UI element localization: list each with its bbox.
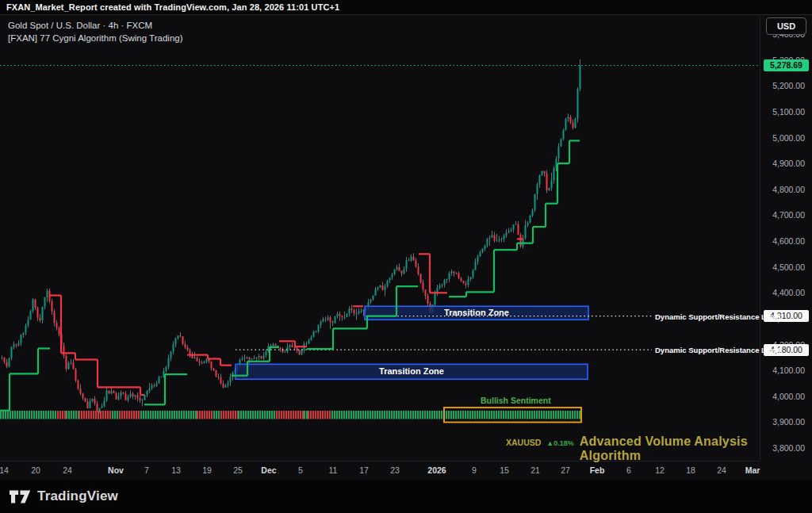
time-tick: 25 bbox=[222, 465, 254, 475]
price-tick: 4,700.00 bbox=[772, 210, 805, 220]
transition-zone-label: Transition Zone bbox=[379, 366, 444, 376]
price-tick: 4,100.00 bbox=[772, 366, 805, 375]
tradingview-logo-icon[interactable] bbox=[10, 489, 31, 504]
dynamic-sr-label: Dynamic Support/Resistance Level bbox=[655, 312, 780, 321]
time-tick: 7 bbox=[131, 465, 163, 475]
time-tick: Mar bbox=[737, 465, 768, 475]
time-tick: 24 bbox=[706, 465, 737, 475]
chart-legend: Gold Spot / U.S. Dollar · 4h · FXCM [FXA… bbox=[8, 20, 183, 44]
time-tick: 18 bbox=[675, 465, 707, 475]
watermark-symbol: XAUUSD bbox=[506, 438, 541, 447]
time-tick: Dec bbox=[253, 465, 285, 475]
time-tick: 13 bbox=[160, 465, 192, 475]
price-tick: 4,600.00 bbox=[772, 236, 805, 246]
price-tick: 4,500.00 bbox=[772, 262, 805, 272]
bullish-sentiment-label: Bullish Sentiment bbox=[481, 396, 551, 405]
time-tick: 2026 bbox=[421, 465, 453, 475]
time-tick: 21 bbox=[519, 465, 551, 475]
price-tick: 5,000.00 bbox=[772, 133, 805, 143]
watermark-note: XAUUSD ▲0.18% Advanced Volume Analysis A… bbox=[506, 435, 812, 463]
footer-bar: TradingView bbox=[0, 480, 812, 513]
price-tick: 5,100.00 bbox=[772, 107, 805, 117]
time-tick: 5 bbox=[285, 465, 316, 475]
currency-button[interactable]: USD bbox=[766, 17, 806, 35]
time-tick: 6 bbox=[613, 465, 645, 475]
last-price-chip: 5,278.69 bbox=[764, 59, 809, 71]
indicator-title[interactable]: [FXAN] 77 Cygni Algorithm (Swing Trading… bbox=[8, 33, 183, 44]
time-tick: 27 bbox=[550, 465, 581, 475]
time-tick: 20 bbox=[20, 465, 52, 475]
price-tick: 4,000.00 bbox=[772, 392, 805, 401]
price-tick: 4,900.00 bbox=[772, 159, 805, 168]
report-header: FXAN_Market_Report created with TradingV… bbox=[0, 0, 812, 15]
dynamic-sr-label: Dynamic Support/Resistance Level bbox=[655, 346, 780, 354]
candlestick-plot[interactable]: Transition ZoneTransition Zone bbox=[0, 16, 760, 461]
price-tick: 5,200.00 bbox=[772, 81, 805, 90]
time-axis[interactable]: 142024Nov7131925Dec511172320269152127Feb… bbox=[0, 461, 760, 480]
time-tick: Nov bbox=[100, 465, 132, 475]
price-tick: 3,900.00 bbox=[772, 417, 805, 427]
time-tick: 23 bbox=[379, 465, 411, 475]
price-tick: 4,800.00 bbox=[772, 185, 805, 194]
time-tick: 17 bbox=[348, 465, 380, 475]
price-axis[interactable]: USD 5,400.005,300.005,200.005,100.005,00… bbox=[760, 16, 812, 461]
time-tick: 19 bbox=[191, 465, 223, 475]
time-tick: Feb bbox=[581, 465, 613, 475]
time-tick: 11 bbox=[317, 465, 349, 475]
symbol-title[interactable]: Gold Spot / U.S. Dollar · 4h · FXCM bbox=[8, 20, 183, 31]
price-tick: 4,400.00 bbox=[772, 288, 805, 297]
tradingview-brand-text[interactable]: TradingView bbox=[37, 488, 118, 504]
time-tick: 24 bbox=[52, 465, 83, 475]
time-tick: 12 bbox=[644, 465, 676, 475]
time-tick: 9 bbox=[458, 465, 490, 475]
watermark-change: ▲0.18% bbox=[546, 439, 573, 447]
time-tick: 14 bbox=[0, 465, 20, 475]
watermark-algorithm: Advanced Volume Analysis Algorithm bbox=[580, 435, 812, 463]
time-tick: 15 bbox=[488, 465, 520, 475]
chart-canvas[interactable]: Transition ZoneTransition Zone bbox=[0, 16, 760, 461]
